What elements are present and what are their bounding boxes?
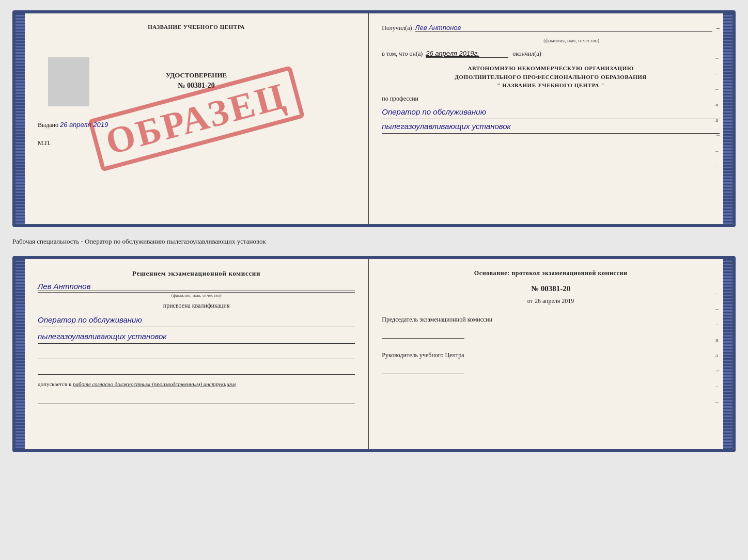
dopusk-value: работе согласно должностным (производств… (73, 381, 236, 387)
cert-left-panel: НАЗВАНИЕ УЧЕБНОГО ЦЕНТРА УДОСТОВЕРЕНИЕ №… (25, 13, 369, 224)
bsm-arr: ← (715, 367, 721, 374)
vtom-label: в том, что он(а) (382, 50, 423, 58)
rukovoditel-block: Руководитель учебного Центра (382, 351, 720, 374)
side-mark-1: – (715, 55, 721, 61)
bottom-right-spine (723, 259, 733, 449)
top-certificate: НАЗВАНИЕ УЧЕБНОГО ЦЕНТРА УДОСТОВЕРЕНИЕ №… (12, 10, 736, 227)
poluchil-value: Лев Антпонов (415, 24, 713, 32)
proto-number: № 00381-20 (382, 284, 720, 293)
rukovoditel-title: Руководитель учебного Центра (382, 351, 720, 360)
bsm-3: – (715, 321, 721, 327)
separator-text: Рабочая специальность - Оператор по обсл… (12, 233, 736, 250)
bottom-fio-sub: (фамилия, имя, отчество) (38, 292, 355, 298)
osnov-title: Основание: протокол экзаменационной коми… (382, 269, 720, 277)
side-mark-и: и (715, 101, 721, 107)
empty-line-1 (38, 347, 355, 359)
proto-date-prefix: от (527, 297, 533, 305)
page-wrapper: НАЗВАНИЕ УЧЕБНОГО ЦЕНТРА УДОСТОВЕРЕНИЕ №… (12, 10, 736, 452)
side-mark-3: – (715, 86, 721, 92)
cert-vydano: Выдано 26 апреля 2019 (38, 121, 355, 129)
okonchill-label: окончил(а) (512, 50, 541, 58)
bsm-а: а (715, 352, 721, 358)
poluchil-row: Получил(а) Лев Антпонов – (382, 24, 720, 32)
org-line2: ДОПОЛНИТЕЛЬНОГО ПРОФЕССИОНАЛЬНОГО ОБРАЗО… (382, 73, 720, 82)
cert-school-title: НАЗВАНИЕ УЧЕБНОГО ЦЕНТРА (38, 24, 355, 30)
side-mark-arr: ← (715, 132, 721, 138)
decision-title: Решением экзаменационной комиссии (38, 269, 355, 278)
poluchil-label: Получил(а) (382, 24, 412, 32)
dopusk-text: допускается к работе согласно должностны… (38, 380, 355, 389)
bottom-right-panel: Основание: протокол экзаменационной коми… (369, 259, 733, 449)
bsm-4: – (715, 383, 721, 389)
side-mark-2: – (715, 70, 721, 76)
profession-line2: пылегазоулавливающих установок (382, 119, 720, 134)
predsedatel-sign-line (382, 327, 464, 339)
dopusk-prefix: допускается к (38, 381, 71, 387)
vtom-row: в том, что он(а) 26 апреля 2019г. окончи… (382, 50, 720, 58)
vtom-date: 26 апреля 2019г. (426, 50, 508, 58)
proto-date: от 26 апреля 2019 (382, 297, 720, 305)
right-spine (723, 13, 733, 224)
bottom-right-side-marks: – – – и а ← – – (715, 290, 721, 405)
predsedatel-block: Председатель экзаменационной комиссии (382, 315, 720, 339)
prisvoena-label: присвоена квалификация (38, 302, 355, 310)
fio-sub-text: (фамилия, имя, отчество) (543, 38, 599, 43)
org-block: АВТОНОМНУЮ НЕКОММЕРЧЕСКУЮ ОРГАНИЗАЦИЮ ДО… (382, 64, 720, 90)
empty-line-2 (38, 362, 355, 375)
vydano-date: 26 апреля 2019 (60, 121, 108, 129)
qual-line1: Оператор по обслуживанию (38, 313, 355, 327)
profession-line1: Оператор по обслуживанию (382, 105, 720, 119)
proto-date-val: 26 апреля 2019 (535, 297, 574, 305)
cert-right-panel: Получил(а) Лев Антпонов – (фамилия, имя,… (369, 13, 733, 224)
org-line1: АВТОНОМНУЮ НЕКОММЕРЧЕСКУЮ ОРГАНИЗАЦИЮ (382, 64, 720, 73)
cert-mp: М.П. (38, 139, 355, 147)
side-mark-а: а (715, 117, 721, 123)
left-spine (15, 13, 25, 224)
decision-name: Лев Антпонов (38, 282, 355, 291)
side-mark-5: – (715, 163, 721, 169)
dash1: – (716, 24, 720, 32)
bottom-certificate: Решением экзаменационной комиссии Лев Ан… (12, 256, 736, 452)
side-mark-4: – (715, 148, 721, 154)
po-professii-label: по профессии (382, 95, 720, 103)
right-side-marks: – – – и а ← – – (715, 55, 721, 169)
bsm-5: – (715, 398, 721, 405)
org-line3: " НАЗВАНИЕ УЧЕБНОГО ЦЕНТРА " (382, 81, 720, 90)
bottom-left-spine (15, 259, 25, 449)
bottom-left-panel: Решением экзаменационной комиссии Лев Ан… (25, 259, 369, 449)
qual-line2: пылегазоулавливающих установок (38, 329, 355, 344)
bsm-и: и (715, 337, 721, 343)
rukovoditel-sign-line (382, 363, 464, 374)
bsm-2: – (715, 306, 721, 312)
fio-sub-top: (фамилия, имя, отчество) (423, 35, 720, 44)
predsedatel-title: Председатель экзаменационной комиссии (382, 315, 720, 324)
bsm-1: – (715, 290, 721, 296)
empty-line-3 (38, 392, 355, 404)
vydano-label: Выдано (38, 121, 58, 129)
cert-photo-placeholder (48, 57, 89, 106)
